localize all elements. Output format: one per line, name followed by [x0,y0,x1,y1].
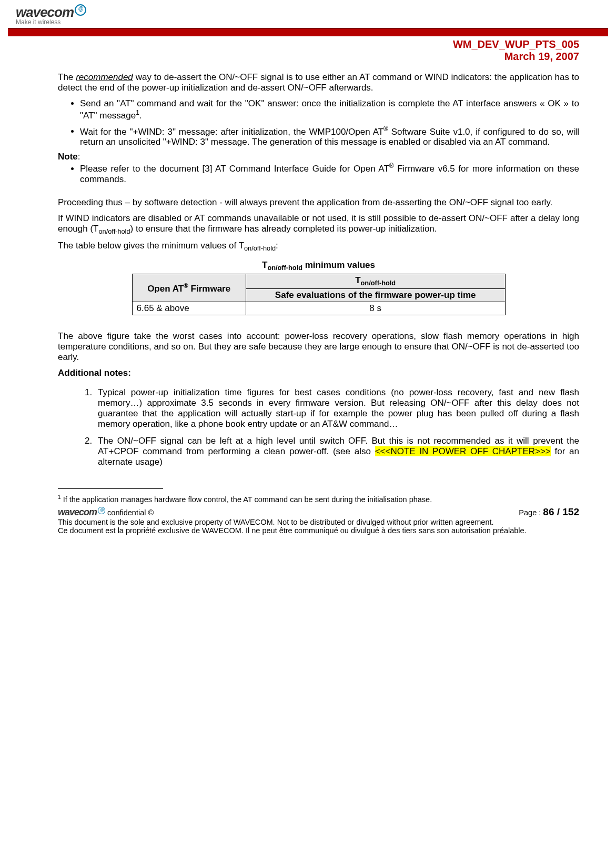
text: Open AT [147,283,184,293]
text: 152 [562,506,579,517]
reg-mark: ® [184,282,188,289]
table-header-bottom: Safe evaluations of the firmware power-u… [246,288,505,302]
note-list: Please refer to the document [3] AT Comm… [58,162,579,185]
subscript: on/off-hold [244,245,276,253]
content: The recommended way to de-assert the ON/… [58,72,579,535]
text: minimum values [302,260,375,270]
logo-block: wavecom@ Make it wireless [16,4,86,26]
text: 86 [543,506,554,517]
footer: wavecom@ confidential © Page : 86 / 152 … [58,506,579,535]
footer-logo: wavecom@ [58,507,107,517]
subscript: on/off-hold [361,279,396,287]
ordered-notes: Typical power-up initialization time fig… [58,387,579,467]
table-title: Ton/off-hold minimum values [58,260,579,272]
table-header-top: Ton/off-hold [246,274,505,288]
text: Page : [519,508,543,517]
footer-line: This document is the sole and exclusive … [58,518,579,526]
paragraph: The above figure take the worst cases in… [58,331,579,363]
text: The [58,72,76,82]
footer-row: wavecom@ confidential © Page : 86 / 152 [58,506,579,518]
text: Wait for the "+WIND: 3" message: after i… [80,126,383,136]
bullet-list: Send an "AT" command and wait for the "O… [58,98,579,147]
footnote-ref: 1 [136,109,139,116]
text: T [262,260,267,270]
footer-left: wavecom@ confidential © [58,507,154,518]
swirl-icon: @ [98,507,105,514]
reg-mark: ® [383,125,388,133]
text: If the application manages hardware flow… [61,495,432,503]
list-item: Wait for the "+WIND: 3" message: after i… [80,125,579,148]
header: wavecom@ Make it wireless [8,0,608,29]
highlighted-note: <<<NOTE IN POWER OFF CHAPTER>>> [375,446,551,456]
subscript: on/off-hold [267,264,302,272]
doc-id-block: WM_DEV_WUP_PTS_005 March 19, 2007 [58,38,579,63]
reg-mark: ® [389,162,394,169]
text: : [276,241,278,251]
note-label: Note [58,152,78,162]
additional-notes-heading: Additional notes: [58,368,579,378]
text: way to de-assert the ON/~OFF signal is t… [58,72,579,93]
text: Send an "AT" command and wait for the "O… [80,98,579,121]
text: confidential © [107,508,154,517]
swirl-icon: @ [75,4,86,16]
paragraph-intro: The recommended way to de-assert the ON/… [58,72,579,93]
list-item: Typical power-up initialization time fig… [95,387,579,429]
list-item: Send an "AT" command and wait for the "O… [80,98,579,121]
table-cell: 8 s [246,302,505,315]
brand-name: wavecom [16,4,74,20]
paragraph: The table below gives the minimum values… [58,241,579,252]
subscript: on/off-hold [99,227,130,235]
emph-recommended: recommended [76,72,133,82]
text: ) to ensure that the firmware has alread… [130,224,437,234]
brand-logo: wavecom@ [16,4,86,20]
text: The table below gives the minimum values… [58,241,244,251]
page-number: Page : 86 / 152 [519,506,579,518]
text: : [78,152,80,162]
text: . [139,111,142,121]
text: T [355,275,360,285]
paragraph: Proceeding thus – by software detection … [58,197,579,208]
min-values-table: Open AT® Firmware Ton/off-hold Safe eval… [132,274,506,315]
red-bar [8,29,608,36]
table-cell: 6.65 & above [132,302,246,315]
text: / [554,506,562,517]
footnote-separator [58,488,163,489]
note-heading: Note: [58,152,579,162]
doc-date: March 19, 2007 [58,51,579,63]
doc-id: WM_DEV_WUP_PTS_005 [58,38,579,51]
list-item: Please refer to the document [3] AT Comm… [80,162,579,185]
brand-name: wavecom [58,507,97,517]
paragraph: If WIND indicators are disabled or AT co… [58,213,579,235]
table-header-left: Open AT® Firmware [132,274,246,302]
text: Please refer to the document [3] AT Comm… [80,164,389,174]
list-item: The ON/~OFF signal can be left at a high… [95,436,579,467]
text: Firmware [188,283,230,293]
footer-line: Ce document est la propriété exclusive d… [58,526,579,535]
footnote: 1 If the application manages hardware fl… [58,494,579,504]
